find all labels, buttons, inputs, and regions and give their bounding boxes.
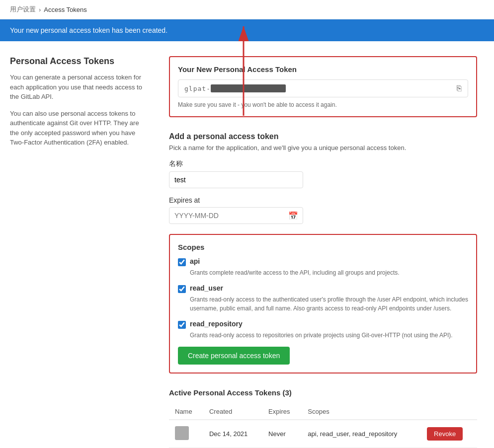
token-value: glpat-████████████████ (184, 84, 457, 92)
add-token-form: Add a personal access token Pick a name … (169, 132, 477, 224)
active-tokens-section: Active Personal Access Tokens (3) Name C… (169, 388, 477, 448)
scopes-label: Scopes (178, 243, 468, 251)
token-row-icon (175, 426, 189, 440)
page-title: Personal Access Tokens (10, 56, 149, 67)
expires-field-group: Expires at 📅 (169, 196, 477, 224)
banner-message: Your new personal access token has been … (10, 26, 167, 34)
calendar-icon[interactable]: 📅 (288, 211, 298, 221)
scope-name-read-repository: read_repository (190, 320, 243, 328)
new-token-box: Your New Personal Access Token glpat-███… (169, 56, 477, 117)
scope-checkbox-api[interactable] (178, 258, 186, 266)
breadcrumb-current: Access Tokens (44, 6, 86, 13)
scope-checkbox-read-user[interactable] (178, 285, 186, 293)
token-warning: Make sure you save it - you won't be abl… (178, 101, 468, 108)
left-desc-2: You can also use personal access tokens … (10, 109, 149, 148)
scope-name-api: api (190, 257, 200, 265)
create-token-button[interactable]: Create personal access token (178, 347, 290, 365)
name-input[interactable] (169, 171, 303, 188)
scope-item-api: api Grants complete read/write access to… (178, 257, 468, 277)
tokens-table: Name Created Expires Scopes Dec 14, 2021… (169, 404, 477, 448)
breadcrumb-separator: › (39, 6, 41, 13)
form-description: Pick a name for the application, and we'… (169, 144, 477, 151)
right-panel: Your New Personal Access Token glpat-███… (169, 56, 477, 448)
form-title: Add a personal access token (169, 132, 477, 141)
token-row-expires: Never (262, 420, 302, 448)
name-label: 名称 (169, 159, 477, 168)
main-layout: Personal Access Tokens You can generate … (0, 41, 487, 448)
breadcrumb: 用户设置 › Access Tokens (0, 0, 494, 19)
expires-label: Expires at (169, 196, 477, 204)
scope-item-read-user: read_user Grants read-only access to the… (178, 284, 468, 313)
scope-checkbox-read-repository[interactable] (178, 321, 186, 329)
token-display: glpat-████████████████ ⎘ (178, 79, 468, 97)
breadcrumb-parent[interactable]: 用户设置 (10, 5, 36, 14)
scope-item-read-repository: read_repository Grants read-only access … (178, 320, 468, 340)
expires-input[interactable] (169, 207, 303, 224)
left-desc-1: You can generate a personal access token… (10, 73, 149, 102)
scope-desc-read-repository: Grants read-only access to repositories … (178, 331, 468, 340)
col-header-actions (421, 404, 477, 420)
scope-desc-read-user: Grants read-only access to the authentic… (178, 295, 468, 313)
new-token-title: Your New Personal Access Token (178, 65, 468, 74)
revoke-button[interactable]: Revoke (427, 427, 463, 441)
success-banner: Your new personal access token has been … (0, 19, 494, 41)
col-header-scopes: Scopes (302, 404, 421, 420)
active-tokens-title: Active Personal Access Tokens (3) (169, 388, 477, 397)
col-header-created: Created (203, 404, 262, 420)
token-row-icon-cell (169, 420, 203, 448)
token-row-created: Dec 14, 2021 (203, 420, 262, 448)
name-field-group: 名称 (169, 159, 477, 188)
col-header-name: Name (169, 404, 203, 420)
scope-desc-api: Grants complete read/write access to the… (178, 268, 468, 277)
copy-token-icon[interactable]: ⎘ (457, 84, 462, 93)
table-row: Dec 14, 2021 Never api, read_user, read_… (169, 420, 477, 448)
left-panel: Personal Access Tokens You can generate … (10, 56, 149, 448)
scope-name-read-user: read_user (190, 284, 223, 292)
token-masked: ████████████████ (211, 84, 286, 92)
col-header-expires: Expires (262, 404, 302, 420)
token-row-actions: Revoke (421, 420, 477, 448)
token-row-scopes: api, read_user, read_repository (302, 420, 421, 448)
scopes-section: Scopes api Grants complete read/write ac… (169, 234, 477, 373)
